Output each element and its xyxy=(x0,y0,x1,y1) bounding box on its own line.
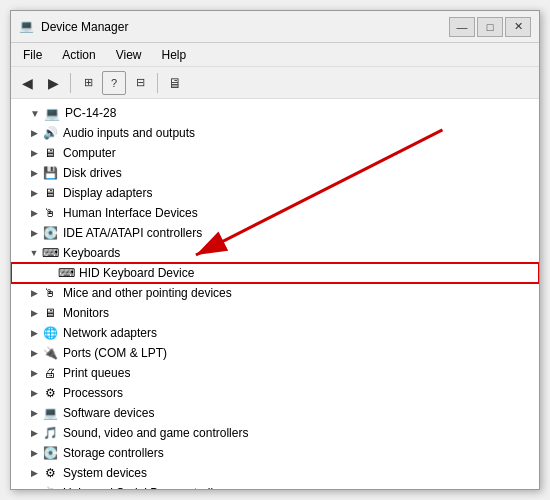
title-bar-left: 💻 Device Manager xyxy=(19,19,128,35)
tree-item-monitors[interactable]: ▶ 🖥 Monitors xyxy=(11,303,539,323)
icon-system: ⚙ xyxy=(41,464,59,482)
tree-item-software[interactable]: ▶ 💻 Software devices xyxy=(11,403,539,423)
window-icon: 💻 xyxy=(19,19,35,35)
back-button[interactable]: ◀ xyxy=(15,71,39,95)
tree-item-processors[interactable]: ▶ ⚙ Processors xyxy=(11,383,539,403)
label-monitors: Monitors xyxy=(63,306,109,320)
tree-item-hid[interactable]: ▶ 🖱 Human Interface Devices xyxy=(11,203,539,223)
expander-sound[interactable]: ▶ xyxy=(27,423,41,443)
icon-computer: 🖥 xyxy=(41,144,59,162)
label-processors: Processors xyxy=(63,386,123,400)
expander-system[interactable]: ▶ xyxy=(27,463,41,483)
tree-item-ports[interactable]: ▶ 🔌 Ports (COM & LPT) xyxy=(11,343,539,363)
forward-button[interactable]: ▶ xyxy=(41,71,65,95)
expander-mice[interactable]: ▶ xyxy=(27,283,41,303)
tree-item-hid-keyboard[interactable]: ⌨ HID Keyboard Device xyxy=(11,263,539,283)
label-computer: Computer xyxy=(63,146,116,160)
expander-ports[interactable]: ▶ xyxy=(27,343,41,363)
title-buttons: — □ ✕ xyxy=(449,17,531,37)
tree-item-print[interactable]: ▶ 🖨 Print queues xyxy=(11,363,539,383)
tree-item-display[interactable]: ▶ 🖥 Display adapters xyxy=(11,183,539,203)
icon-keyboards: ⌨ xyxy=(41,244,59,262)
tree-item-computer[interactable]: ▶ 🖥 Computer xyxy=(11,143,539,163)
tree-item-storage[interactable]: ▶ 💽 Storage controllers xyxy=(11,443,539,463)
tree-item-audio[interactable]: ▶ 🔊 Audio inputs and outputs xyxy=(11,123,539,143)
label-keyboards: Keyboards xyxy=(63,246,120,260)
icon-print: 🖨 xyxy=(41,364,59,382)
help-button[interactable]: ? xyxy=(102,71,126,95)
menu-view[interactable]: View xyxy=(108,46,150,64)
tree-item-network[interactable]: ▶ 🌐 Network adapters xyxy=(11,323,539,343)
expander-processors[interactable]: ▶ xyxy=(27,383,41,403)
menu-file[interactable]: File xyxy=(15,46,50,64)
device-tree: ▼ 💻 PC-14-28 ▶ 🔊 Audio inputs and output… xyxy=(11,99,539,489)
menu-bar: File Action View Help xyxy=(11,43,539,67)
update-driver-button[interactable]: ⊟ xyxy=(128,71,152,95)
icon-sound: 🎵 xyxy=(41,424,59,442)
minimize-button[interactable]: — xyxy=(449,17,475,37)
tree-item-usb[interactable]: ▶ 🔌 Universal Serial Bus controllers xyxy=(11,483,539,489)
expander-display[interactable]: ▶ xyxy=(27,183,41,203)
properties-button[interactable]: ⊞ xyxy=(76,71,100,95)
expander-software[interactable]: ▶ xyxy=(27,403,41,423)
window-title: Device Manager xyxy=(41,20,128,34)
icon-ports: 🔌 xyxy=(41,344,59,362)
toolbar-separator-2 xyxy=(157,73,158,93)
expander-keyboards[interactable]: ▼ xyxy=(27,243,41,263)
expander-ide[interactable]: ▶ xyxy=(27,223,41,243)
expander-hid[interactable]: ▶ xyxy=(27,203,41,223)
icon-audio: 🔊 xyxy=(41,124,59,142)
tree-item-ide[interactable]: ▶ 💽 IDE ATA/ATAPI controllers xyxy=(11,223,539,243)
toolbar: ◀ ▶ ⊞ ? ⊟ 🖥 xyxy=(11,67,539,99)
icon-monitors: 🖥 xyxy=(41,304,59,322)
label-system: System devices xyxy=(63,466,147,480)
expander-usb[interactable]: ▶ xyxy=(27,483,41,489)
tree-item-sound[interactable]: ▶ 🎵 Sound, video and game controllers xyxy=(11,423,539,443)
tree-item-disk[interactable]: ▶ 💾 Disk drives xyxy=(11,163,539,183)
icon-usb: 🔌 xyxy=(41,484,59,489)
icon-mice: 🖱 xyxy=(41,284,59,302)
label-mice: Mice and other pointing devices xyxy=(63,286,232,300)
label-hid-keyboard: HID Keyboard Device xyxy=(79,266,194,280)
label-software: Software devices xyxy=(63,406,154,420)
label-hid: Human Interface Devices xyxy=(63,206,198,220)
icon-software: 💻 xyxy=(41,404,59,422)
root-expander[interactable]: ▼ xyxy=(27,103,43,123)
menu-action[interactable]: Action xyxy=(54,46,103,64)
menu-help[interactable]: Help xyxy=(154,46,195,64)
label-ide: IDE ATA/ATAPI controllers xyxy=(63,226,202,240)
expander-monitors[interactable]: ▶ xyxy=(27,303,41,323)
label-disk: Disk drives xyxy=(63,166,122,180)
expander-audio[interactable]: ▶ xyxy=(27,123,41,143)
tree-item-system[interactable]: ▶ ⚙ System devices xyxy=(11,463,539,483)
maximize-button[interactable]: □ xyxy=(477,17,503,37)
expander-storage[interactable]: ▶ xyxy=(27,443,41,463)
expander-network[interactable]: ▶ xyxy=(27,323,41,343)
tree-root[interactable]: ▼ 💻 PC-14-28 xyxy=(11,103,539,123)
device-manager-window: 💻 Device Manager — □ ✕ File Action View … xyxy=(10,10,540,490)
icon-disk: 💾 xyxy=(41,164,59,182)
expander-print[interactable]: ▶ xyxy=(27,363,41,383)
icon-processors: ⚙ xyxy=(41,384,59,402)
label-network: Network adapters xyxy=(63,326,157,340)
close-button[interactable]: ✕ xyxy=(505,17,531,37)
icon-network: 🌐 xyxy=(41,324,59,342)
monitor-button[interactable]: 🖥 xyxy=(163,71,187,95)
expander-hid-keyboard[interactable] xyxy=(43,263,57,283)
label-ports: Ports (COM & LPT) xyxy=(63,346,167,360)
icon-display: 🖥 xyxy=(41,184,59,202)
icon-ide: 💽 xyxy=(41,224,59,242)
label-print: Print queues xyxy=(63,366,130,380)
tree-item-mice[interactable]: ▶ 🖱 Mice and other pointing devices xyxy=(11,283,539,303)
tree-item-keyboards[interactable]: ▼ ⌨ Keyboards xyxy=(11,243,539,263)
toolbar-separator-1 xyxy=(70,73,71,93)
computer-icon: 💻 xyxy=(43,104,61,122)
expander-disk[interactable]: ▶ xyxy=(27,163,41,183)
label-sound: Sound, video and game controllers xyxy=(63,426,248,440)
expander-computer[interactable]: ▶ xyxy=(27,143,41,163)
tree-items: ▶ 🔊 Audio inputs and outputs ▶ 🖥 Compute… xyxy=(11,123,539,489)
icon-hid-keyboard: ⌨ xyxy=(57,264,75,282)
title-bar: 💻 Device Manager — □ ✕ xyxy=(11,11,539,43)
root-label: PC-14-28 xyxy=(65,106,116,120)
label-audio: Audio inputs and outputs xyxy=(63,126,195,140)
